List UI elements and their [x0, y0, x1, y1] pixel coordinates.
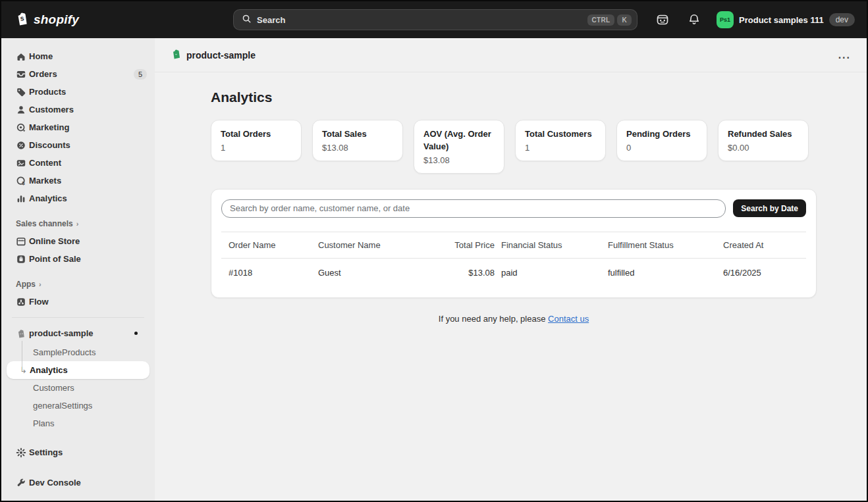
sidebar-item-marketing[interactable]: Marketing: [7, 118, 149, 136]
subnav-analytics-selected[interactable]: ↳ Analytics: [7, 361, 149, 379]
metric-label: Total Orders: [221, 128, 292, 141]
metric-value: $0.00: [728, 143, 799, 153]
sidebar-item-online-store[interactable]: Online Store: [7, 232, 149, 250]
account-menu[interactable]: Ps1 Product samples 111 dev: [717, 11, 855, 28]
sidebar-divider: [12, 317, 144, 318]
sidebar-item-discounts[interactable]: Discounts: [7, 136, 149, 154]
topbar-right: Ps1 Product samples 111 dev: [653, 1, 855, 38]
sales-channels-header[interactable]: Sales channels ›: [7, 216, 149, 231]
shopify-bag-icon: S: [16, 11, 30, 29]
sidebar-item-content[interactable]: Content: [7, 154, 149, 172]
product-sample-app-icon: [16, 328, 26, 339]
metric-label: AOV (Avg. Order Value): [423, 128, 495, 153]
app-header-label: product-sample: [186, 50, 256, 61]
metric-label: Total Sales: [322, 128, 393, 141]
subnav-plans[interactable]: Plans: [7, 414, 149, 432]
metric-card-total-customers: Total Customers 1: [515, 120, 606, 161]
overflow-menu-button[interactable]: ...: [838, 52, 851, 59]
global-search[interactable]: Search CTRL K: [233, 9, 637, 30]
store-name: Product samples 111: [739, 15, 824, 25]
kbd-k: K: [617, 14, 632, 26]
sidebar-item-label: Customers: [29, 105, 74, 114]
sidebar-item-label: Online Store: [29, 236, 80, 246]
sales-channels-label: Sales channels: [16, 219, 73, 228]
app-nav-label: product-sample: [29, 328, 94, 338]
global-search-placeholder: Search: [257, 15, 585, 25]
sidekick-icon[interactable]: [653, 11, 672, 29]
subnav-label: Customers: [33, 383, 74, 393]
sidebar-item-markets[interactable]: $ Markets: [7, 172, 149, 189]
analytics-bars-icon: [16, 193, 26, 204]
metric-card-pending-orders: Pending Orders 0: [616, 120, 707, 161]
cell-financial-status: paid: [501, 259, 608, 288]
sidebar-item-label: Home: [29, 51, 53, 61]
svg-text:$: $: [22, 180, 25, 186]
subnav-label: SampleProducts: [33, 347, 95, 357]
subnav-label: Analytics: [30, 365, 68, 375]
sidebar-item-label: Dev Console: [29, 478, 81, 488]
sidebar-item-label: Point of Sale: [29, 254, 81, 264]
search-by-date-button[interactable]: Search by Date: [733, 199, 806, 217]
orders-search-input[interactable]: [221, 199, 726, 218]
sidebar-item-home[interactable]: Home: [7, 47, 149, 65]
metric-cards: Total Orders 1 Total Sales $13.08 AOV (A…: [211, 120, 817, 174]
cell-customer-name: Guest: [318, 259, 405, 288]
cell-order-name: #1018: [229, 259, 318, 288]
col-customer-name: Customer Name: [318, 232, 405, 258]
sidebar-item-point-of-sale[interactable]: Point of Sale: [7, 250, 149, 268]
sidebar-item-orders[interactable]: Orders 5: [7, 65, 149, 83]
subnav-generalsettings[interactable]: generalSettings: [7, 397, 149, 414]
metric-label: Pending Orders: [626, 128, 697, 141]
home-icon: [16, 51, 26, 62]
sidebar-item-label: Flow: [29, 297, 49, 307]
sidebar-item-label: Content: [29, 158, 61, 168]
flow-app-icon: [16, 297, 26, 307]
sidebar-item-label: Markets: [29, 176, 61, 186]
sidebar-item-dev-console[interactable]: Dev Console: [7, 474, 149, 491]
subnav-sampleproducts[interactable]: SampleProducts: [7, 343, 149, 361]
shopify-logo[interactable]: S shopify: [1, 11, 79, 29]
store-avatar: Ps1: [717, 11, 734, 28]
sidebar-item-products[interactable]: Products: [7, 83, 149, 101]
markets-icon: $: [16, 176, 26, 186]
app-header-title: product-sample: [171, 48, 256, 62]
sidebar: Home Orders 5 Products Customers Marketi…: [1, 38, 155, 501]
col-created-at: Created At: [723, 232, 806, 258]
metric-value: $13.08: [423, 155, 495, 165]
apps-header[interactable]: Apps ›: [7, 277, 149, 291]
metric-card-total-sales: Total Sales $13.08: [312, 120, 403, 161]
tree-connector-line: [22, 341, 22, 371]
notifications-bell-icon[interactable]: [685, 11, 703, 29]
chevron-right-icon: ›: [39, 280, 41, 288]
sidebar-item-label: Marketing: [29, 122, 69, 132]
notification-dot: [134, 332, 138, 335]
col-order-name: Order Name: [229, 232, 318, 258]
orders-table-header: Order Name Customer Name Total Price Fin…: [221, 232, 806, 259]
subnav-customers[interactable]: Customers: [7, 379, 149, 397]
apps-label: Apps: [16, 280, 36, 289]
help-text: If you need any help, please Contact us: [211, 314, 817, 324]
col-fulfillment-status: Fulfillment Status: [608, 232, 723, 258]
discounts-icon: [16, 140, 26, 151]
search-icon: [242, 14, 252, 26]
sidebar-item-label: Products: [29, 87, 66, 97]
app-sub-nav: SampleProducts ↳ Analytics Customers gen…: [1, 343, 155, 432]
orders-count-badge: 5: [134, 69, 147, 80]
marketing-icon: [16, 122, 26, 133]
sidebar-item-flow[interactable]: Flow: [7, 293, 149, 311]
col-financial-status: Financial Status: [501, 232, 608, 258]
sidebar-item-label: Discounts: [29, 140, 70, 150]
sidebar-item-analytics[interactable]: Analytics: [7, 189, 149, 207]
main-content: product-sample ... Analytics Total Order…: [155, 38, 867, 501]
sidebar-item-product-sample-app[interactable]: product-sample: [7, 324, 149, 342]
metric-card-refunded-sales: Refunded Sales $0.00: [718, 120, 809, 161]
metric-card-total-orders: Total Orders 1: [211, 120, 302, 161]
table-row[interactable]: #1018 Guest $13.08 paid fulfilled 6/16/2…: [221, 259, 806, 288]
contact-us-link[interactable]: Contact us: [548, 314, 589, 324]
help-text-prefix: If you need any help, please: [439, 314, 548, 324]
metric-value: $13.08: [322, 143, 393, 153]
shopify-wordmark: shopify: [34, 13, 79, 27]
sidebar-item-settings[interactable]: Settings: [7, 443, 149, 461]
tree-arrow-icon: ↳: [20, 365, 27, 375]
sidebar-item-customers[interactable]: Customers: [7, 101, 149, 118]
